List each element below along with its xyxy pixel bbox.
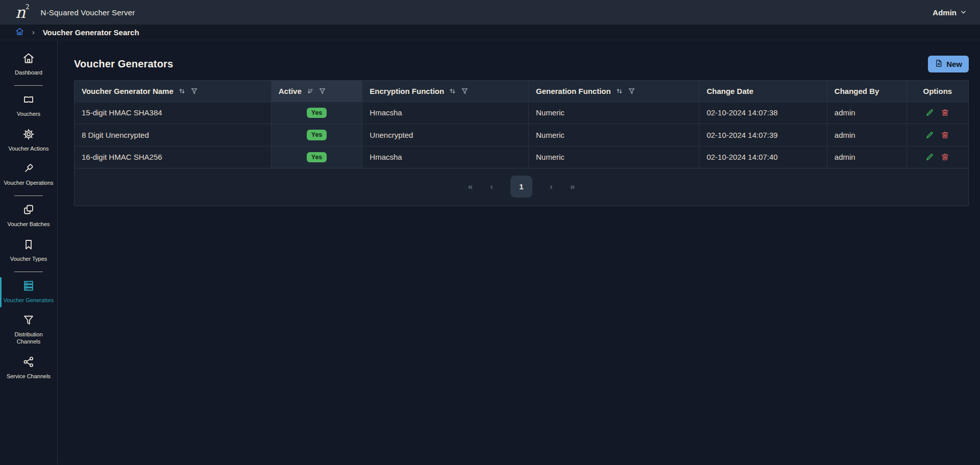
sidebar-item-dashboard[interactable]: Dashboard bbox=[0, 47, 57, 82]
last-page-button[interactable]: » bbox=[570, 182, 575, 192]
cell-options bbox=[906, 124, 968, 146]
filter-icon[interactable] bbox=[628, 87, 635, 95]
sidebar-item-label: Distribution Channels bbox=[3, 331, 55, 346]
cell-active: Yes bbox=[271, 124, 362, 146]
edit-icon[interactable] bbox=[925, 131, 934, 139]
column-label: Change Date bbox=[706, 87, 753, 95]
logo-n-glyph: n bbox=[15, 5, 26, 20]
page-title: Voucher Generators bbox=[74, 58, 173, 70]
voucher-generators-table: Voucher Generator Name bbox=[75, 81, 968, 168]
sidebar-item-label: Voucher Operations bbox=[4, 180, 53, 187]
funnel-icon bbox=[22, 314, 35, 328]
pagination: « ‹ 1 › » bbox=[75, 168, 968, 206]
table-header-row: Voucher Generator Name bbox=[75, 81, 968, 102]
sidebar-item-label: Vouchers bbox=[17, 111, 40, 118]
cell-name: 8 Digit Unencrypted bbox=[75, 124, 271, 146]
sidebar-item-label: Voucher Batches bbox=[7, 221, 50, 228]
cell-changed-by: admin bbox=[827, 102, 906, 124]
sidebar-item-vouchers[interactable]: Vouchers bbox=[0, 89, 57, 124]
server-icon bbox=[22, 280, 35, 294]
cell-name: 15-digit HMAC SHA384 bbox=[75, 102, 271, 124]
ticket-icon bbox=[22, 93, 35, 108]
column-label: Encryption Function bbox=[370, 87, 444, 95]
sidebar-item-voucher-batches[interactable]: Voucher Batches bbox=[0, 199, 57, 234]
sort-icon[interactable] bbox=[178, 87, 186, 95]
cell-changed-by: admin bbox=[827, 146, 906, 168]
share-nodes-icon bbox=[22, 356, 35, 370]
cell-active: Yes bbox=[271, 146, 362, 168]
sidebar-item-label: Voucher Generators bbox=[4, 297, 54, 304]
status-badge: Yes bbox=[307, 130, 327, 140]
sort-icon[interactable] bbox=[449, 87, 456, 95]
column-header-change-date: Change Date bbox=[699, 81, 827, 102]
filter-icon[interactable] bbox=[461, 87, 469, 95]
table-row: 15-digit HMAC SHA384 Yes Hmacsha Numeric… bbox=[75, 102, 968, 124]
sidebar-divider bbox=[14, 85, 43, 86]
column-header-changed-by: Changed By bbox=[827, 81, 906, 102]
top-bar: n 2 N-Squared Voucher Server Admin bbox=[0, 0, 980, 25]
delete-icon[interactable] bbox=[941, 108, 949, 117]
home-icon bbox=[22, 52, 35, 66]
breadcrumb-separator: › bbox=[32, 28, 35, 36]
column-label: Voucher Generator Name bbox=[82, 87, 174, 95]
next-page-button[interactable]: › bbox=[550, 182, 553, 192]
sidebar-item-voucher-operations[interactable]: Voucher Operations bbox=[0, 158, 57, 192]
cell-options bbox=[906, 102, 968, 124]
copy-icon bbox=[22, 204, 35, 218]
sort-desc-icon[interactable] bbox=[306, 87, 314, 95]
new-button[interactable]: New bbox=[928, 56, 969, 72]
new-button-label: New bbox=[946, 60, 962, 68]
cell-options bbox=[906, 146, 968, 168]
app-shell: Dashboard Vouchers Voucher Actions Vouch… bbox=[0, 40, 980, 464]
column-header-options: Options bbox=[906, 81, 968, 102]
column-label: Changed By bbox=[835, 87, 879, 95]
app-logo[interactable]: n 2 bbox=[15, 5, 30, 20]
main-header: Voucher Generators New bbox=[74, 56, 969, 72]
sidebar-item-voucher-generators[interactable]: Voucher Generators bbox=[0, 275, 57, 310]
cell-change-date: 02-10-2024 14:07:39 bbox=[699, 124, 827, 146]
cell-generation-function: Numeric bbox=[528, 146, 699, 168]
user-menu-label: Admin bbox=[933, 8, 957, 17]
logo-squared-glyph: 2 bbox=[26, 4, 30, 11]
cell-encryption-function: Hmacsha bbox=[362, 102, 529, 124]
edit-icon[interactable] bbox=[925, 153, 934, 161]
user-menu[interactable]: Admin bbox=[933, 8, 967, 17]
delete-icon[interactable] bbox=[941, 153, 949, 161]
delete-icon[interactable] bbox=[941, 131, 949, 139]
table-row: 8 Digit Unencrypted Yes Unencrypted Nume… bbox=[75, 124, 968, 146]
column-header-voucher-generator-name[interactable]: Voucher Generator Name bbox=[75, 81, 271, 102]
column-header-generation-function[interactable]: Generation Function bbox=[528, 81, 699, 102]
column-header-encryption-function[interactable]: Encryption Function bbox=[362, 81, 529, 102]
file-plus-icon bbox=[935, 59, 943, 69]
voucher-generators-table-card: Voucher Generator Name bbox=[74, 80, 969, 206]
filter-icon[interactable] bbox=[318, 87, 326, 95]
previous-page-button[interactable]: ‹ bbox=[490, 182, 493, 192]
sidebar-item-service-channels[interactable]: Service Channels bbox=[0, 351, 57, 386]
cell-encryption-function: Hmacsha bbox=[362, 146, 529, 168]
cell-change-date: 02-10-2024 14:07:38 bbox=[699, 102, 827, 124]
sidebar-item-label: Dashboard bbox=[15, 69, 42, 77]
sidebar-item-label: Voucher Actions bbox=[9, 145, 49, 153]
sidebar-divider bbox=[14, 272, 43, 272]
edit-icon[interactable] bbox=[925, 108, 934, 117]
sort-icon[interactable] bbox=[616, 87, 623, 95]
home-icon[interactable] bbox=[15, 27, 24, 38]
bookmark-icon bbox=[22, 238, 35, 253]
cell-generation-function: Numeric bbox=[528, 124, 699, 146]
first-page-button[interactable]: « bbox=[468, 182, 473, 192]
sidebar: Dashboard Vouchers Voucher Actions Vouch… bbox=[0, 40, 58, 464]
sidebar-item-voucher-types[interactable]: Voucher Types bbox=[0, 234, 57, 268]
main-content: Voucher Generators New Voucher Generat bbox=[58, 40, 980, 464]
current-page-button[interactable]: 1 bbox=[510, 176, 532, 198]
chevron-down-icon bbox=[960, 8, 967, 17]
status-badge: Yes bbox=[307, 152, 327, 163]
sidebar-item-voucher-actions[interactable]: Voucher Actions bbox=[0, 124, 57, 158]
column-label: Generation Function bbox=[536, 87, 611, 95]
sidebar-item-label: Voucher Types bbox=[10, 256, 47, 263]
column-header-active[interactable]: Active bbox=[271, 81, 362, 102]
sidebar-item-distribution-channels[interactable]: Distribution Channels bbox=[0, 309, 57, 351]
cell-changed-by: admin bbox=[827, 124, 906, 146]
cell-encryption-function: Unencrypted bbox=[362, 124, 529, 146]
breadcrumb-current: Voucher Generator Search bbox=[43, 28, 139, 37]
filter-icon[interactable] bbox=[190, 87, 198, 95]
